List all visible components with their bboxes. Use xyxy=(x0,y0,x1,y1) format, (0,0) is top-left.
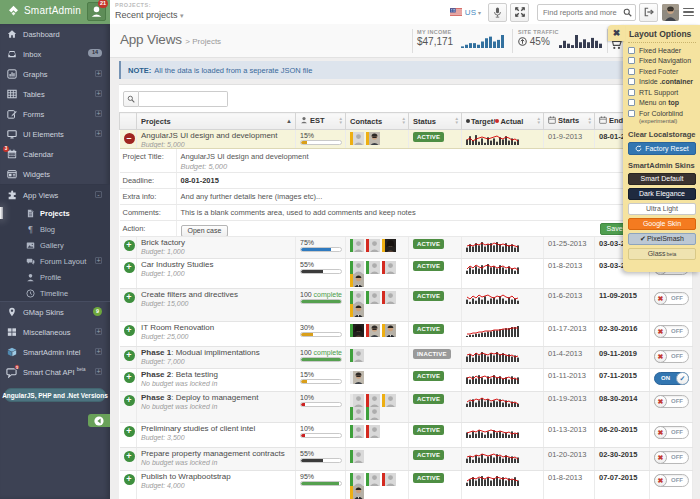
table-row[interactable]: + IT Room Renovation Budget: 25,000 30% … xyxy=(120,322,693,347)
table-row[interactable]: + Phase 1: Modual implimentations Budget… xyxy=(120,347,693,369)
contact-avatar[interactable] xyxy=(350,407,364,420)
collapse-minus-icon[interactable]: - xyxy=(95,191,102,198)
sidebar-item-tables[interactable]: Tables+ xyxy=(0,84,110,104)
layout-panel-tab[interactable]: ✖ xyxy=(608,25,625,41)
column-header-target[interactable]: Target/Actual▲▼ xyxy=(462,113,544,130)
expand-row-icon[interactable]: + xyxy=(124,292,135,303)
expand-plus-icon[interactable]: + xyxy=(95,110,102,117)
sidebar-item-forms[interactable]: Forms+ xyxy=(0,104,110,124)
contact-avatar[interactable] xyxy=(350,324,364,337)
contact-avatar[interactable] xyxy=(366,239,380,252)
sidebar-subitem-blog[interactable]: ¶Blog xyxy=(0,221,110,237)
sidebar-item-smart-chat-api[interactable]: 1Smart Chat API beta+ xyxy=(0,362,110,382)
sidebar-item-inbox[interactable]: Inbox14 xyxy=(0,44,110,64)
open-case-button[interactable]: Open case xyxy=(181,225,229,237)
expand-row-icon[interactable]: + xyxy=(124,395,135,406)
expand-row-icon[interactable]: + xyxy=(124,474,135,485)
close-icon[interactable]: ✖ xyxy=(613,29,621,38)
layout-checkbox-rtl-support[interactable]: RTL Support xyxy=(628,89,696,96)
expand-row-icon[interactable]: + xyxy=(124,451,135,462)
collapse-row-icon[interactable]: – xyxy=(124,133,135,144)
column-header-projects[interactable]: Projects▲ xyxy=(137,113,296,130)
expand-row-icon[interactable]: + xyxy=(124,350,135,361)
checkbox-icon[interactable] xyxy=(628,110,635,117)
contact-avatar[interactable] xyxy=(366,407,380,420)
contact-avatar[interactable] xyxy=(350,132,364,145)
table-row[interactable]: + Create filters and directives Budget: … xyxy=(120,289,693,322)
column-header-starts[interactable]: Starts▲▼ xyxy=(544,113,595,130)
sidebar-minify-button[interactable] xyxy=(88,414,110,427)
skin-button-glass[interactable]: Glassbeta xyxy=(628,248,696,260)
row-toggle-on[interactable]: ON✓ xyxy=(654,372,689,385)
sidebar-subitem-gallery[interactable]: Gallery xyxy=(0,237,110,253)
expand-plus-icon[interactable]: + xyxy=(95,257,102,264)
expand-plus-icon[interactable]: + xyxy=(95,368,102,375)
logout-button[interactable] xyxy=(639,3,658,22)
row-toggle-off[interactable]: ✖OFF xyxy=(654,395,689,408)
skin-button-dark-elegance[interactable]: Dark Elegance xyxy=(628,188,696,200)
column-header-status[interactable]: Status▲▼ xyxy=(409,113,462,130)
contact-avatar[interactable] xyxy=(382,291,396,304)
contact-avatar[interactable] xyxy=(366,132,380,145)
factory-reset-button[interactable]: Factory Reset xyxy=(628,142,696,155)
checkbox-icon[interactable] xyxy=(628,47,635,54)
layout-checkbox-inside-container[interactable]: Inside .container xyxy=(628,78,696,85)
contact-avatar[interactable] xyxy=(366,473,380,486)
skin-button-smart-default[interactable]: Smart Default xyxy=(628,173,696,185)
table-row[interactable]: + Preliminary studies of client intel Bu… xyxy=(120,423,693,448)
checkbox-icon[interactable] xyxy=(628,99,635,106)
contact-avatar[interactable] xyxy=(382,473,396,486)
table-filter-input[interactable] xyxy=(139,91,228,107)
sidebar-item-dashboard[interactable]: Dashboard xyxy=(0,24,110,44)
skin-button-google-skin[interactable]: Google Skin xyxy=(628,218,696,230)
row-toggle-off[interactable]: ✖OFF xyxy=(654,474,689,487)
expand-row-icon[interactable]: + xyxy=(124,262,135,273)
voice-command-button[interactable] xyxy=(488,3,507,22)
table-row[interactable]: + Car Industry Studies Budget: 1,000 55%… xyxy=(120,259,693,289)
user-avatar[interactable] xyxy=(662,4,679,21)
expand-row-icon[interactable]: + xyxy=(124,240,135,251)
expand-plus-icon[interactable]: + xyxy=(95,348,102,355)
sidebar-item-ui-elements[interactable]: UI Elements+ xyxy=(0,124,110,144)
checkbox-icon[interactable] xyxy=(628,89,635,96)
sidebar-item-widgets[interactable]: Widgets xyxy=(0,164,110,184)
expand-row-icon[interactable]: + xyxy=(124,372,135,383)
checkbox-icon[interactable] xyxy=(628,78,635,85)
table-row[interactable]: + Prepare property management contracts … xyxy=(120,448,693,471)
layout-checkbox-fixed-header[interactable]: Fixed Header xyxy=(628,47,696,54)
skin-button-ultra-light[interactable]: Ultra Light xyxy=(628,203,696,215)
expand-plus-icon[interactable]: + xyxy=(95,90,102,97)
contact-avatar[interactable] xyxy=(366,261,380,274)
project-selector-dropdown[interactable]: Recent projects ▾ xyxy=(115,10,184,20)
menu-toggle-button[interactable] xyxy=(683,4,697,21)
contact-avatar[interactable] xyxy=(382,239,396,252)
sidebar-item-smartadmin-intel[interactable]: SmartAdmin Intel+ xyxy=(0,342,110,362)
contact-avatar[interactable] xyxy=(350,450,364,463)
layout-checkbox-for-colorblind[interactable]: For Colorblind xyxy=(628,110,696,117)
contact-avatar[interactable] xyxy=(366,291,380,304)
column-header-est[interactable]: EST▲▼ xyxy=(296,113,346,130)
row-toggle-off[interactable]: ✖OFF xyxy=(654,426,689,439)
contact-avatar[interactable] xyxy=(366,394,380,407)
sidebar-subitem-forum-layout[interactable]: Forum Layout+ xyxy=(0,253,110,269)
contact-avatar[interactable] xyxy=(350,239,364,252)
language-selector[interactable]: US ▾ xyxy=(450,8,481,17)
contact-avatar[interactable] xyxy=(350,291,364,304)
contact-avatar[interactable] xyxy=(350,425,364,438)
skin-button-pixelsmash[interactable]: ✔PixelSmash xyxy=(628,233,696,245)
checkbox-icon[interactable] xyxy=(628,57,635,64)
sidebar-subitem-timeline[interactable]: Timeline xyxy=(0,285,110,301)
sidebar-item-calendar[interactable]: 3Calendar xyxy=(0,144,110,164)
contact-avatar[interactable] xyxy=(382,394,396,407)
contact-avatar[interactable] xyxy=(350,473,364,486)
contact-avatar[interactable] xyxy=(350,274,364,287)
contact-avatar[interactable] xyxy=(366,425,380,438)
row-toggle-off[interactable]: ✖OFF xyxy=(654,325,689,338)
contact-avatar[interactable] xyxy=(350,261,364,274)
layout-checkbox-menu-on-top[interactable]: Menu on top xyxy=(628,99,696,106)
table-row[interactable]: + Publish to Wrapbootstrap Budget: 4,000… xyxy=(120,471,693,499)
row-toggle-off[interactable]: ✖OFF xyxy=(654,350,689,363)
expand-plus-icon[interactable]: + xyxy=(95,130,102,137)
contact-avatar[interactable] xyxy=(350,371,364,384)
row-toggle-off[interactable]: ✖OFF xyxy=(654,292,689,305)
